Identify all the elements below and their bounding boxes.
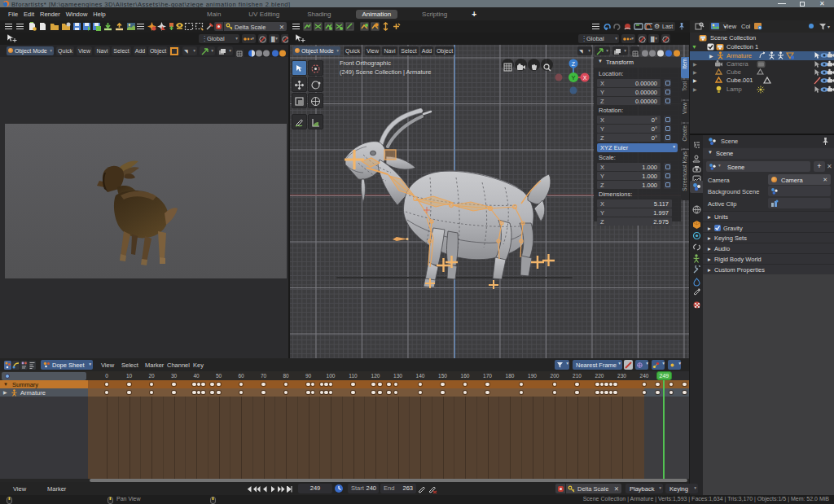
svg-text:X: X [583,75,587,81]
svg-text:Z: Z [572,61,576,67]
svg-text:Y: Y [571,74,575,81]
